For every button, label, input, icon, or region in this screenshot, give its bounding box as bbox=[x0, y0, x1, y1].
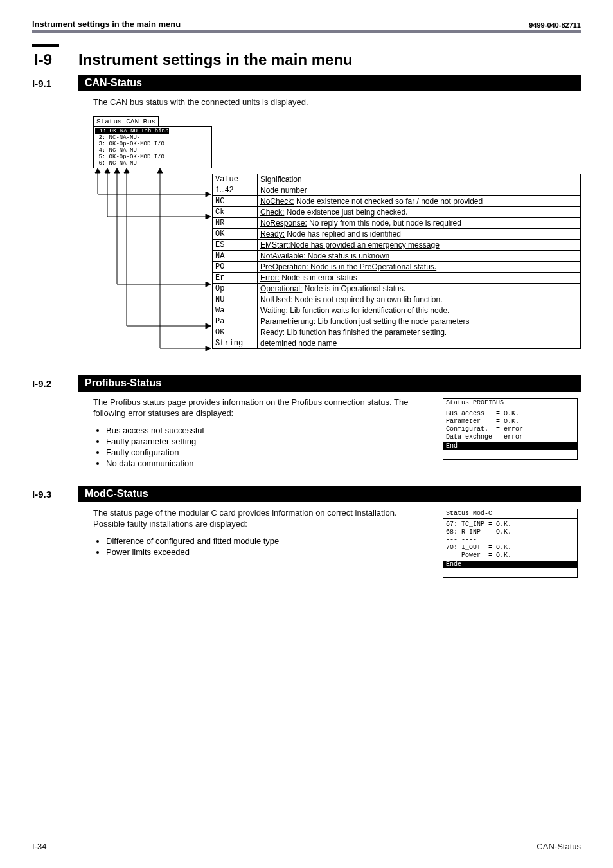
table-row: ValueSignification bbox=[213, 174, 581, 185]
list-item: Difference of configured and fitted modu… bbox=[106, 536, 417, 546]
table-row: OKReady: Lib function has finished the p… bbox=[213, 327, 581, 338]
profibus-lcd-body: Bus access = O.K. Parameter = O.K. Confi… bbox=[443, 408, 577, 442]
profibus-intro: The Profibus status page provides inform… bbox=[93, 397, 417, 419]
can-lcd-title: Status CAN-Bus bbox=[93, 116, 159, 127]
modc-bullets: Difference of configured and fitted modu… bbox=[106, 536, 417, 557]
section-num: I-9.1 bbox=[32, 75, 78, 91]
list-item: Power limits exceeded bbox=[106, 547, 417, 557]
modc-lcd-hl: Ende bbox=[443, 561, 577, 568]
profibus-lcd-title: Status PROFIBUS bbox=[443, 399, 577, 408]
table-row: PaParametrierung: Lib function just sett… bbox=[213, 316, 581, 327]
table-row: NANotAvailable: Node status is unknown bbox=[213, 250, 581, 261]
svg-marker-3 bbox=[105, 168, 110, 173]
can-table: ValueSignification1…42Node numberNCNoChe… bbox=[212, 174, 581, 349]
section-bar: ModC-Status bbox=[78, 486, 581, 502]
modc-lcd: Status Mod-C 67: TC_INP = O.K. 68: R_INP… bbox=[443, 509, 578, 578]
can-lcd-body: 1: OK-NA-NU-Ich bins 2: NC-NA-NU- 3: OK-… bbox=[93, 126, 212, 168]
table-row: NUNotUsed: Node is not required by an ow… bbox=[213, 294, 581, 305]
svg-marker-18 bbox=[206, 214, 211, 219]
header-left: Instrument settings in the main menu bbox=[32, 19, 181, 29]
table-row: POPreOperation: Node is in the PreOperat… bbox=[213, 261, 581, 272]
can-intro: The CAN bus status with the connected un… bbox=[93, 96, 581, 108]
chapter-tag: I-9 bbox=[32, 44, 64, 69]
table-row: NCNoCheck: Node existence not checked so… bbox=[213, 195, 581, 206]
list-item: No data communication bbox=[106, 458, 417, 468]
table-row: ESEMStart:Node has provided an emergency… bbox=[213, 239, 581, 250]
section-num: I-9.3 bbox=[32, 486, 78, 502]
chapter-title: Instrument settings in the main menu bbox=[64, 51, 353, 69]
table-row: OpOperational: Node is in Operational st… bbox=[213, 283, 581, 294]
page-footer: I-34 CAN-Status bbox=[32, 842, 581, 851]
chapter-header: I-9 Instrument settings in the main menu bbox=[32, 44, 581, 69]
svg-marker-1 bbox=[95, 168, 100, 173]
list-item: Faulty configuration bbox=[106, 448, 417, 457]
table-row: 1…42Node number bbox=[213, 185, 581, 195]
header-right: 9499-040-82711 bbox=[529, 21, 581, 29]
table-row: Stringdetemined node name bbox=[213, 338, 581, 348]
list-item: Faulty parameter setting bbox=[106, 437, 417, 446]
section-modc: I-9.3 ModC-Status bbox=[32, 486, 581, 502]
section-can: I-9.1 CAN-Status bbox=[32, 75, 581, 91]
svg-marker-5 bbox=[114, 168, 120, 173]
profibus-bullets: Bus access not successfulFaulty paramete… bbox=[106, 426, 417, 468]
svg-marker-20 bbox=[206, 282, 211, 287]
section-num: I-9.2 bbox=[32, 375, 78, 392]
svg-marker-24 bbox=[206, 346, 211, 351]
svg-marker-22 bbox=[206, 323, 211, 329]
footer-right: CAN-Status bbox=[537, 842, 581, 851]
can-lcd-and-tree: Status CAN-Bus 1: OK-NA-NU-Ich bins 2: N… bbox=[93, 114, 212, 361]
modc-intro: The status page of the modular C card pr… bbox=[93, 507, 417, 530]
table-row: WaWaiting: Lib function waits for identi… bbox=[213, 305, 581, 316]
modc-lcd-body: 67: TC_INP = O.K. 68: R_INP = O.K. --- -… bbox=[443, 519, 577, 561]
section-bar: CAN-Status bbox=[78, 75, 581, 91]
section-profibus: I-9.2 Profibus-Status bbox=[32, 375, 581, 392]
modc-lcd-title: Status Mod-C bbox=[443, 509, 577, 519]
svg-marker-16 bbox=[206, 192, 211, 197]
list-item: Bus access not successful bbox=[106, 426, 417, 435]
svg-marker-9 bbox=[157, 168, 163, 173]
profibus-lcd-hl: End bbox=[443, 442, 577, 450]
table-row: NRNoResponse: No reply from this node, b… bbox=[213, 217, 581, 228]
section-bar: Profibus-Status bbox=[78, 375, 581, 392]
table-row: CkCheck: Node existence just being check… bbox=[213, 206, 581, 217]
table-row: OKReady: Node has replied and is identif… bbox=[213, 228, 581, 239]
footer-left: I-34 bbox=[32, 842, 46, 851]
svg-marker-7 bbox=[124, 168, 129, 173]
profibus-lcd: Status PROFIBUS Bus access = O.K. Parame… bbox=[443, 398, 578, 460]
page-header: Instrument settings in the main menu 949… bbox=[32, 19, 581, 33]
can-tree-diagram bbox=[93, 168, 212, 361]
table-row: ErError: Node is in error status bbox=[213, 272, 581, 283]
